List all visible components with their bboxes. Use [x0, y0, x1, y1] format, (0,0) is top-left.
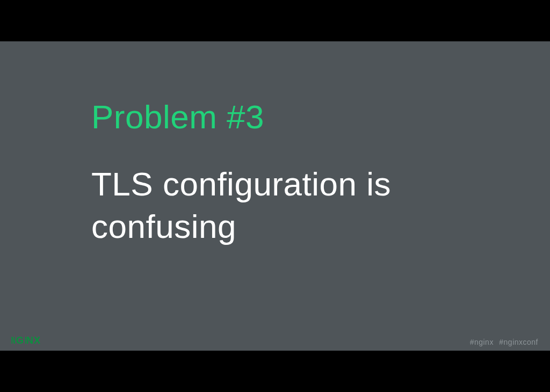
slide: Problem #3 TLS configuration is confusin… [0, 41, 550, 351]
presentation-frame: Problem #3 TLS configuration is confusin… [0, 0, 550, 392]
slide-body: TLS configuration is confusing [91, 163, 486, 248]
slide-content: Problem #3 TLS configuration is confusin… [91, 98, 486, 248]
slide-footer: NGINX #nginx #nginxconf [0, 332, 550, 351]
footer-hashtags: #nginx #nginxconf [470, 338, 538, 346]
slide-title: Problem #3 [91, 98, 486, 136]
nginx-logo: NGINX [10, 335, 41, 346]
